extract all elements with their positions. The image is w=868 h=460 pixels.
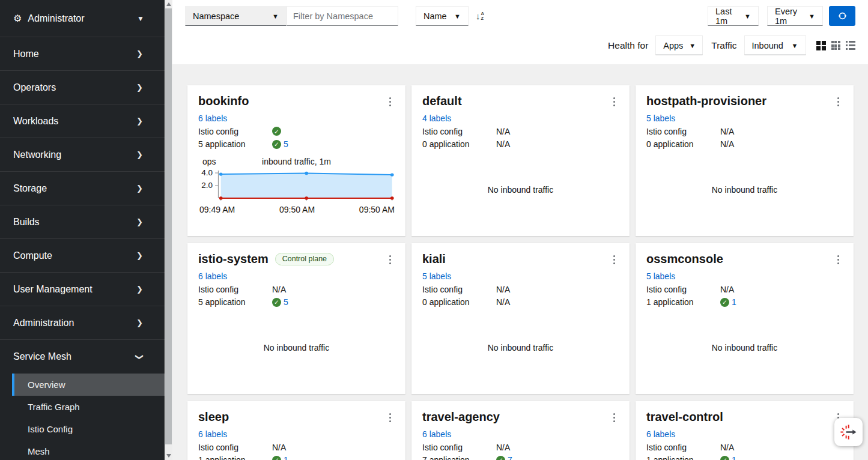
detail-value-link[interactable]: 1 xyxy=(732,297,736,307)
detail-label: 5 application xyxy=(198,297,272,307)
control-plane-badge: Control plane xyxy=(275,253,334,265)
no-traffic-text: No inbound traffic xyxy=(264,343,329,353)
traffic-direction-dropdown[interactable]: Inbound ▼ xyxy=(744,35,806,55)
namespace-filter-type-dropdown[interactable]: Namespace ▼ xyxy=(185,6,287,26)
kebab-menu-icon[interactable] xyxy=(834,253,843,266)
detail-value-link[interactable]: 1 xyxy=(732,455,736,460)
namespace-card-title[interactable]: sleep xyxy=(198,410,229,424)
detail-value-link[interactable]: 5 xyxy=(284,297,288,307)
cogs-icon: ⚙ xyxy=(13,13,22,24)
detail-value: N/A xyxy=(272,443,286,452)
scrollbar-down-arrow-icon[interactable] xyxy=(166,454,171,458)
detail-label: 7 application xyxy=(422,455,496,460)
caret-down-icon: ▼ xyxy=(744,13,751,20)
card-detail-row: Istio config ✓ N/A xyxy=(422,443,619,452)
floating-launcher-button[interactable] xyxy=(834,418,863,446)
detail-label: Istio config xyxy=(646,285,720,294)
refresh-interval-value: Every 1m xyxy=(775,7,803,26)
sort-by-dropdown[interactable]: Name ▼ xyxy=(416,6,469,26)
card-detail-row: Istio config ✓ N/A xyxy=(422,285,619,294)
caret-down-icon: ▼ xyxy=(454,13,461,20)
sidebar-subitem-istio-config[interactable]: Istio Config xyxy=(12,418,165,440)
compact-view-icon[interactable] xyxy=(816,41,826,50)
card-detail-row: Istio config ✓ xyxy=(198,127,395,136)
detail-value-link[interactable]: 1 xyxy=(284,455,288,460)
health-ok-icon: ✓ xyxy=(720,456,729,460)
list-view-icon[interactable] xyxy=(846,41,856,50)
kebab-menu-icon[interactable] xyxy=(610,411,619,424)
labels-link[interactable]: 6 labels xyxy=(198,271,227,281)
kebab-menu-icon[interactable] xyxy=(610,253,619,266)
labels-link[interactable]: 6 labels xyxy=(646,429,675,439)
sidebar-item-administration[interactable]: Administration ❯ xyxy=(0,306,165,340)
card-detail-row: 1 application ✓ 1 xyxy=(198,455,395,460)
labels-link[interactable]: 6 labels xyxy=(198,429,227,439)
detail-value: N/A xyxy=(496,285,510,294)
detail-label: 1 application xyxy=(646,455,720,460)
namespace-card-title[interactable]: travel-agency xyxy=(422,410,500,424)
health-ok-icon: ✓ xyxy=(272,127,281,136)
scrollbar-up-arrow-icon[interactable] xyxy=(166,2,171,6)
sort-alpha-icon[interactable]: ↓ AZ xyxy=(476,11,484,21)
sidebar-item-workloads[interactable]: Workloads ❯ xyxy=(0,104,165,138)
sync-icon xyxy=(837,11,848,21)
namespace-card-title[interactable]: travel-control xyxy=(646,410,723,424)
namespace-card-title[interactable]: ossmconsole xyxy=(646,252,723,266)
duration-dropdown[interactable]: Last 1m ▼ xyxy=(708,6,759,26)
namespace-card-title[interactable]: hostpath-provisioner xyxy=(646,94,766,108)
namespace-card-title[interactable]: bookinfo xyxy=(198,94,249,108)
sidebar-item-operators[interactable]: Operators ❯ xyxy=(0,71,165,104)
detail-label: 1 application xyxy=(646,297,720,307)
expand-view-icon[interactable] xyxy=(831,41,840,50)
sidebar-item-home[interactable]: Home ❯ xyxy=(0,37,165,71)
card-detail-rows: Istio config ✓ N/A 1 application ✓ 1 xyxy=(646,281,843,307)
scrollbar-thumb[interactable] xyxy=(165,8,172,444)
sidebar-item-networking[interactable]: Networking ❯ xyxy=(0,138,165,172)
detail-label: Istio config xyxy=(422,127,496,136)
labels-link[interactable]: 5 labels xyxy=(646,271,675,281)
namespace-card-title[interactable]: istio-system xyxy=(198,252,269,266)
sidebar-item-label: Operators xyxy=(13,82,56,93)
namespace-filter-input[interactable] xyxy=(287,6,398,26)
sidebar-scrollbar[interactable] xyxy=(165,0,172,460)
health-ok-icon: ✓ xyxy=(272,140,281,149)
traffic-area: No inbound traffic xyxy=(422,149,619,230)
labels-link[interactable]: 6 labels xyxy=(198,113,227,123)
sidebar-item-storage[interactable]: Storage ❯ xyxy=(0,172,165,205)
kebab-menu-icon[interactable] xyxy=(386,253,395,266)
sidebar-item-builds[interactable]: Builds ❯ xyxy=(0,205,165,239)
sidebar-subitem-traffic-graph[interactable]: Traffic Graph xyxy=(12,396,165,418)
sidebar-item-label: Home xyxy=(13,49,39,59)
labels-link[interactable]: 5 labels xyxy=(646,113,675,123)
traffic-area: No inbound traffic xyxy=(646,307,843,388)
namespace-card-title[interactable]: kiali xyxy=(422,252,446,266)
card-detail-row: 0 application ✓ N/A xyxy=(646,139,843,149)
kebab-menu-icon[interactable] xyxy=(386,95,395,108)
kebab-menu-icon[interactable] xyxy=(386,411,395,424)
sidebar-subnav-list: Overview Traffic Graph Istio Config Mesh xyxy=(0,374,165,460)
detail-value-link[interactable]: 5 xyxy=(284,139,288,149)
health-for-value: Apps xyxy=(663,41,683,50)
sidebar-item-service-mesh[interactable]: Service Mesh ❯ xyxy=(0,340,165,374)
kebab-menu-icon[interactable] xyxy=(834,95,843,108)
detail-value: N/A xyxy=(720,127,734,136)
labels-link[interactable]: 4 labels xyxy=(422,113,451,123)
health-ok-icon: ✓ xyxy=(272,456,281,460)
no-traffic-text: No inbound traffic xyxy=(488,343,553,353)
perspective-switcher[interactable]: ⚙ Administrator ▼ xyxy=(0,0,165,37)
labels-link[interactable]: 5 labels xyxy=(422,271,451,281)
inbound-traffic-chart xyxy=(214,169,395,201)
sidebar-subitem-overview[interactable]: Overview xyxy=(12,374,165,396)
namespace-card-title[interactable]: default xyxy=(422,94,462,108)
detail-value-link[interactable]: 7 xyxy=(508,455,512,460)
sidebar-item-user-management[interactable]: User Management ❯ xyxy=(0,273,165,306)
sidebar-subitem-mesh[interactable]: Mesh xyxy=(12,440,165,460)
refresh-interval-dropdown[interactable]: Every 1m ▼ xyxy=(767,6,823,26)
sidebar-item-compute[interactable]: Compute ❯ xyxy=(0,239,165,273)
card-detail-rows: Istio config ✓ N/A 1 application ✓ 1 xyxy=(646,439,843,460)
refresh-button[interactable] xyxy=(829,6,855,26)
labels-link[interactable]: 6 labels xyxy=(422,429,451,439)
kebab-menu-icon[interactable] xyxy=(610,95,619,108)
traffic-area: No inbound traffic xyxy=(422,307,619,388)
health-for-dropdown[interactable]: Apps ▼ xyxy=(655,35,703,55)
